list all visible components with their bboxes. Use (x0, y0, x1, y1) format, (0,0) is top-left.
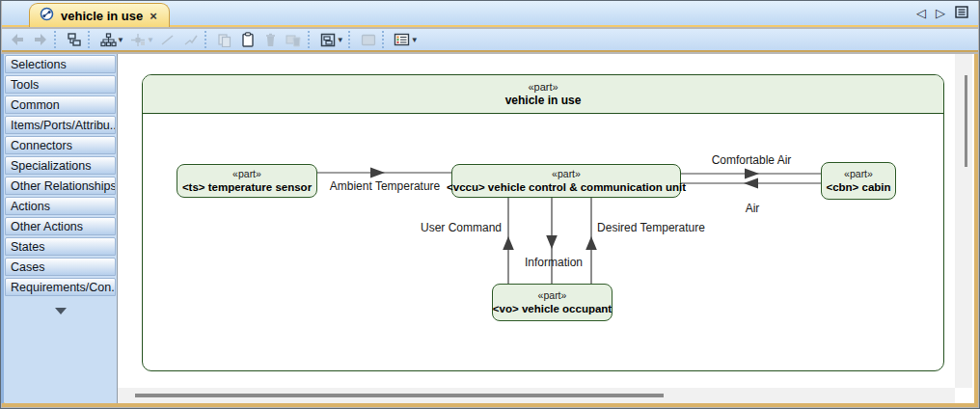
block-vehicle-occupant[interactable]: «part» <vo> vehicle occupant (492, 284, 612, 321)
toolbar-separator (382, 31, 389, 48)
sidebar-more-icon[interactable] (5, 298, 117, 318)
connector-lines (118, 54, 974, 401)
connector-label-ambient-temperature[interactable]: Ambient Temperature (330, 179, 441, 193)
connector-label-user-command[interactable]: User Command (421, 221, 502, 234)
chevron-down-icon[interactable]: ▼ (411, 36, 419, 44)
chevron-down-icon[interactable]: ▼ (337, 36, 344, 44)
block-stereotype: «part» (232, 168, 261, 180)
connector-label-desired-temperature[interactable]: Desired Temperature (597, 221, 705, 234)
paste-icon[interactable] (236, 30, 259, 49)
diagram-palette: Selections Tools Common Items/Ports/Attr… (5, 55, 117, 403)
app-window: vehicle in use × ◁ ▷ (0, 0, 980, 409)
copy-icon[interactable] (213, 30, 236, 49)
scroll-tabs-left-icon[interactable]: ◁ (916, 7, 926, 19)
tab-label: vehicle in use (61, 9, 143, 23)
diagram-icon (40, 7, 54, 25)
back-icon[interactable] (6, 30, 29, 49)
sidebar-item-actions[interactable]: Actions (5, 197, 116, 215)
toolbar: ▼ ▼ (2, 29, 978, 52)
chevron-down-icon[interactable]: ▼ (117, 36, 124, 44)
sidebar-item-specializations[interactable]: Specializations (5, 156, 116, 175)
sidebar-item-other-actions[interactable]: Other Actions (5, 217, 116, 235)
diagram-canvas[interactable]: «part» vehicle in use (117, 54, 974, 403)
forward-icon[interactable] (29, 30, 52, 49)
block-stereotype: «part» (844, 168, 873, 180)
toolbar-separator (204, 31, 211, 48)
block-cabin[interactable]: «part» <cbn> cabin (821, 162, 896, 200)
vertical-scrollbar-thumb[interactable] (965, 75, 967, 167)
tab-bar: vehicle in use × ◁ ▷ (2, 1, 978, 27)
draw-line-icon[interactable] (156, 30, 179, 49)
block-vccu[interactable]: «part» <vccu> vehicle control & communic… (451, 164, 681, 198)
delete-icon[interactable] (259, 30, 283, 49)
toolbar-separator (348, 31, 355, 48)
block-name: <cbn> cabin (826, 180, 890, 194)
sidebar-item-items-ports-attributes[interactable]: Items/Ports/Attribu... (5, 116, 116, 134)
horizontal-scrollbar-thumb[interactable] (135, 394, 664, 397)
block-name: <ts> temperature sensor (182, 180, 312, 194)
delete-with-contents-icon[interactable] (283, 30, 306, 49)
tab-navigation: ◁ ▷ (916, 6, 968, 20)
chevron-down-icon[interactable]: ▼ (147, 36, 154, 44)
vertical-scrollbar[interactable] (955, 54, 972, 388)
toolbar-separator (308, 31, 314, 48)
sidebar-item-selections[interactable]: Selections (5, 55, 116, 73)
sidebar-item-states[interactable]: States (5, 237, 116, 256)
containment-tree-icon[interactable] (63, 30, 86, 49)
sidebar-item-other-relationships[interactable]: Other Relationships (5, 177, 116, 195)
sidebar-item-requirements-constraints[interactable]: Requirements/Con... (5, 278, 116, 296)
connector-label-comfortable-air[interactable]: Comfortable Air (712, 153, 792, 167)
block-name: <vo> vehicle occupant (493, 302, 612, 315)
draw-polyline-icon[interactable] (179, 30, 203, 49)
toolbar-separator (54, 31, 61, 48)
horizontal-scrollbar[interactable] (118, 388, 955, 403)
block-temperature-sensor[interactable]: «part» <ts> temperature sensor (177, 164, 317, 198)
block-stereotype: «part» (552, 168, 581, 180)
block-name: <vccu> vehicle control & communication u… (447, 180, 686, 194)
sidebar-item-tools[interactable]: Tools (5, 75, 116, 94)
toolbar-separator (88, 31, 95, 48)
image-icon[interactable] (357, 30, 380, 49)
connector-label-information[interactable]: Information (525, 256, 583, 269)
content-area: Selections Tools Common Items/Ports/Attr… (2, 54, 978, 407)
close-icon[interactable]: × (150, 10, 157, 22)
tab-vehicle-in-use[interactable]: vehicle in use × (29, 3, 170, 27)
tab-list-icon[interactable] (955, 6, 968, 20)
block-stereotype: «part» (538, 289, 567, 302)
scroll-tabs-right-icon[interactable]: ▷ (936, 7, 945, 19)
sidebar-item-connectors[interactable]: Connectors (5, 136, 116, 154)
sidebar-item-cases[interactable]: Cases (5, 258, 116, 276)
connector-label-air[interactable]: Air (746, 202, 760, 215)
sidebar-item-common[interactable]: Common (5, 95, 116, 114)
